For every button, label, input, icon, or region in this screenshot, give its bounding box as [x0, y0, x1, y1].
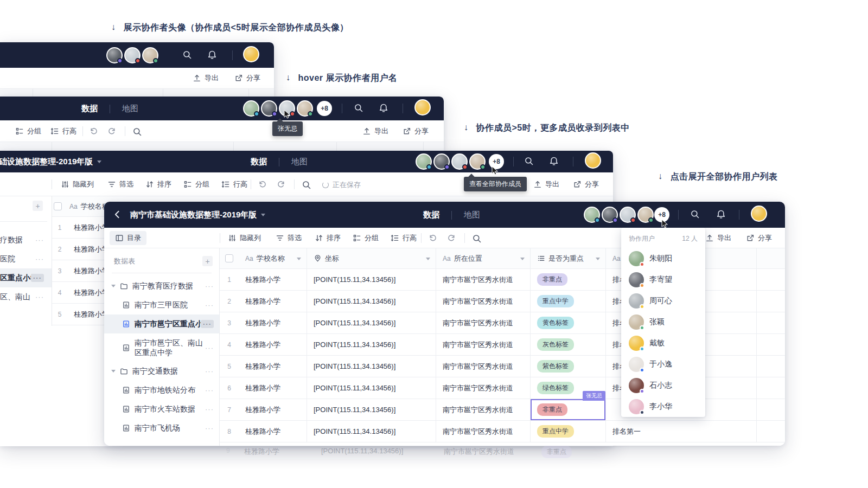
redo-icon[interactable]	[107, 127, 116, 136]
keytag-cell[interactable]: 非重点 张无忌	[531, 399, 606, 420]
tab-map[interactable]: 地图	[122, 104, 138, 114]
chevron-down-icon[interactable]	[426, 258, 430, 260]
search-icon[interactable]	[354, 103, 363, 113]
group-button[interactable]: 分组	[15, 126, 41, 136]
collaborator-avatar[interactable]	[297, 100, 313, 117]
redo-icon[interactable]	[447, 234, 456, 242]
current-user-avatar[interactable]	[751, 206, 767, 222]
sidebar-item[interactable]: 区重点小学 ···	[0, 268, 52, 287]
more-icon[interactable]: ···	[205, 424, 214, 432]
back-icon[interactable]	[113, 210, 122, 219]
current-user-avatar[interactable]	[414, 99, 431, 115]
find-icon[interactable]	[302, 180, 311, 190]
more-icon[interactable]: ···	[31, 274, 44, 282]
current-user-avatar[interactable]	[585, 152, 601, 169]
undo-icon[interactable]	[258, 180, 267, 189]
chevron-down-icon[interactable]	[297, 258, 301, 260]
more-icon[interactable]: ···	[205, 282, 214, 290]
undo-icon[interactable]	[90, 127, 98, 136]
search-icon[interactable]	[524, 156, 534, 166]
collaborator-list-item[interactable]: 石小志	[621, 375, 705, 396]
tree-item[interactable]: 南宁教育医疗数据 ···	[104, 277, 219, 296]
caret-down-icon[interactable]	[111, 285, 116, 287]
undo-icon[interactable]	[429, 234, 437, 242]
row-height-button[interactable]: 行高	[221, 179, 247, 189]
more-icon[interactable]: ···	[205, 405, 214, 413]
collaborator-list-item[interactable]: 戴敏	[621, 332, 705, 354]
column-header-location[interactable]: Aa 所在位置	[436, 248, 531, 268]
row-height-button[interactable]: 行高	[50, 126, 76, 136]
sidebar-item[interactable]: 疗数据 ···	[0, 230, 52, 249]
share-button[interactable]: 分享	[746, 233, 772, 243]
more-icon[interactable]: ···	[205, 344, 214, 352]
tree-item[interactable]: 南宁市飞机场 ···	[104, 419, 219, 438]
find-icon[interactable]	[132, 127, 142, 137]
tree-item[interactable]: 南宁市三甲医院 ···	[104, 296, 219, 314]
collaborator-avatar[interactable]	[124, 47, 141, 63]
tab-data[interactable]: 数据	[251, 157, 267, 167]
notifications-icon[interactable]	[379, 103, 388, 113]
notifications-icon[interactable]	[207, 50, 217, 60]
notifications-icon[interactable]	[716, 209, 726, 219]
collaborator-avatar[interactable]	[584, 207, 600, 223]
export-button[interactable]: 导出	[362, 126, 388, 136]
select-all-checkbox[interactable]	[225, 254, 233, 262]
filter-button[interactable]: 筛选	[276, 233, 302, 243]
redo-icon[interactable]	[277, 180, 285, 189]
hide-columns-button[interactable]: 隐藏列	[228, 233, 261, 243]
hide-columns-button[interactable]: 隐藏列	[61, 179, 94, 189]
collaborator-list-item[interactable]: 朱朝阳	[621, 248, 705, 269]
collaborator-avatar[interactable]	[433, 153, 450, 170]
sort-button[interactable]: 排序	[315, 233, 341, 243]
table-row[interactable]: 8 桂雅路小学 [POINT(115.11,34.13456)] 南宁市邕宁区秀…	[220, 421, 785, 442]
more-icon[interactable]: ···	[205, 386, 214, 394]
group-button[interactable]: 分组	[353, 233, 379, 243]
collaborator-avatar[interactable]	[469, 153, 486, 170]
collaborator-avatar[interactable]	[602, 207, 618, 223]
keytag-cell[interactable]: 灰色标签	[531, 334, 606, 355]
tab-data[interactable]: 数据	[81, 104, 98, 114]
collaborator-list-item[interactable]: 周可心	[621, 290, 705, 311]
more-icon[interactable]: ···	[35, 255, 44, 263]
more-icon[interactable]: ···	[205, 367, 214, 375]
tab-map[interactable]: 地图	[464, 210, 480, 220]
find-icon[interactable]	[472, 234, 482, 243]
collaborator-avatar[interactable]	[620, 207, 636, 223]
export-button[interactable]: 导出	[533, 179, 559, 189]
share-button[interactable]: 分享	[403, 126, 429, 136]
chevron-down-icon[interactable]	[596, 258, 600, 260]
sidebar-item[interactable]: 医院 ···	[0, 249, 52, 268]
tree-item[interactable]: 南宁市火车站数据 ···	[104, 400, 219, 419]
notifications-icon[interactable]	[549, 156, 559, 166]
caret-down-icon[interactable]	[111, 370, 116, 373]
row-height-button[interactable]: 行高	[391, 233, 417, 243]
group-button[interactable]: 分组	[183, 179, 209, 189]
collaborator-avatar[interactable]	[142, 47, 158, 63]
keytag-cell[interactable]: 黄色标签	[531, 312, 606, 333]
add-table-button[interactable]: +	[33, 201, 43, 211]
collaborator-avatar[interactable]	[261, 100, 277, 117]
tree-item[interactable]: 南宁市地铁站分布 ···	[104, 381, 219, 400]
keytag-cell[interactable]: 紫色标签	[531, 356, 606, 377]
collaborator-list-item[interactable]: 李寄望	[621, 269, 705, 290]
sidebar-item[interactable]: 区、南山 ···	[0, 287, 52, 306]
sort-button[interactable]: 排序	[145, 179, 171, 189]
keytag-cell[interactable]: 重点中学	[531, 421, 606, 442]
more-icon[interactable]: ···	[201, 320, 214, 328]
more-icon[interactable]: ···	[205, 301, 214, 309]
more-collaborators-badge[interactable]: +8	[317, 101, 332, 116]
column-header-coord[interactable]: 坐标	[307, 248, 436, 268]
collaborator-avatar[interactable]	[243, 100, 259, 117]
collaborator-avatar[interactable]	[416, 153, 432, 170]
collaborator-avatar[interactable]	[106, 47, 123, 63]
add-table-button[interactable]: +	[202, 256, 213, 266]
document-title[interactable]: 南宁市基础设施数据整理-2019年版	[0, 151, 101, 172]
chevron-down-icon[interactable]	[520, 258, 525, 260]
tab-data[interactable]: 数据	[423, 210, 439, 220]
select-all-checkbox[interactable]	[54, 202, 62, 210]
column-header-keytag[interactable]: 是否为重点	[531, 248, 606, 268]
current-user-avatar[interactable]	[243, 46, 259, 62]
column-header-school[interactable]: Aa 学校名称	[239, 248, 307, 268]
tree-item[interactable]: 南宁交通数据 ···	[104, 362, 219, 381]
tab-map[interactable]: 地图	[291, 157, 308, 167]
